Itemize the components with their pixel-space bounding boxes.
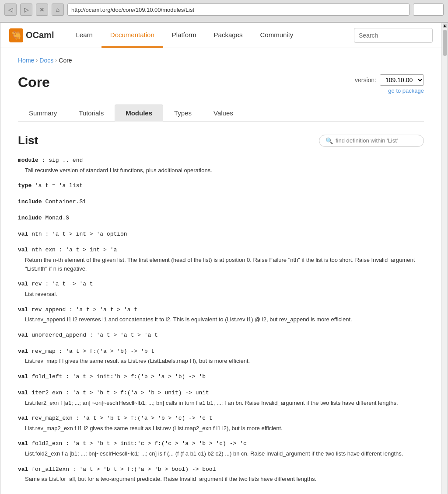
code-entry-8: val rev_map : 'a t > f:('a > 'b) -> 'b t…	[18, 347, 424, 365]
tab-values[interactable]: Values	[203, 104, 244, 122]
code-line-5: val rev : 'a t -> 'a t	[18, 280, 424, 289]
close-button[interactable]: ✕	[36, 3, 48, 16]
code-desc-10: List.iter2_exn f [a1; ...; an] ~on|~escI…	[25, 399, 424, 407]
code-line-13: val for_all2exn : 'a t > 'b t > f:('a > …	[18, 465, 424, 474]
scrollbar-thumb[interactable]	[443, 30, 447, 56]
module-sig-code: module : sig .. end	[18, 156, 424, 165]
go-to-package-link[interactable]: go to package	[388, 87, 424, 94]
code-line-11: val rev_map2_exn : 'a t > 'b t > f:('a >…	[18, 414, 424, 423]
tabs-bar: Summary Tutorials Modules Types Values	[18, 104, 424, 122]
code-entry-3: val nth : 'a t > int > 'a option	[18, 230, 424, 239]
code-desc-4: Return the n-th element of the given lis…	[25, 256, 424, 273]
version-area: version: 109.10.00 go to package	[355, 74, 424, 94]
code-line-8: val rev_map : 'a t > f:('a > 'b) -> 'b t	[18, 347, 424, 356]
module-sig-desc: Tail recursive version of standard List …	[25, 166, 424, 175]
breadcrumb-current: Core	[59, 57, 72, 64]
code-line-10: val iter2_exn : 'a t > 'b t > f:('a > 'b…	[18, 389, 424, 398]
breadcrumb-sep-1: ›	[36, 57, 38, 63]
tab-types[interactable]: Types	[163, 104, 203, 122]
back-button[interactable]: ◁	[4, 3, 17, 16]
code-entries: type 'a t = 'a listinclude Container.S1i…	[18, 181, 424, 484]
logo-icon: 🐫	[9, 28, 23, 42]
code-entry-0: type 'a t = 'a list	[18, 181, 424, 191]
code-entry-5: val rev : 'a t -> 'a tList reversal.	[18, 280, 424, 298]
code-line-7: val unordered_append : 'a t > 'a t > 'a …	[18, 331, 424, 340]
code-entry-4: val nth_exn : 'a t > int > 'aReturn the …	[18, 246, 424, 273]
version-select[interactable]: 109.10.00	[380, 74, 424, 86]
code-desc-12: List.fold2_exn f a [b1; ...; bn|~escIrHe…	[25, 449, 424, 458]
breadcrumb-home[interactable]: Home	[18, 57, 34, 64]
logo-text: OCaml	[26, 30, 54, 40]
code-entry-9: val fold_left : 'a t > init:'b > f:('b >…	[18, 372, 424, 382]
search-definition-box[interactable]: 🔍	[319, 135, 424, 147]
code-line-9: val fold_left : 'a t > init:'b > f:('b >…	[18, 372, 424, 382]
code-line-4: val nth_exn : 'a t > int > 'a	[18, 246, 424, 255]
code-entry-10: val iter2_exn : 'a t > 'b t > f:('a > 'b…	[18, 389, 424, 407]
browser-search[interactable]	[413, 3, 444, 16]
code-line-6: val rev_append : 'a t > 'a t > 'a t	[18, 306, 424, 315]
nav-search-input[interactable]	[354, 28, 433, 43]
code-line-12: val fold2_exn : 'a t > 'b t > init:'c > …	[18, 439, 424, 449]
logo[interactable]: 🐫 OCaml	[9, 28, 54, 42]
code-entry-12: val fold2_exn : 'a t > 'b t > init:'c > …	[18, 439, 424, 458]
page-title: Core	[18, 74, 50, 90]
page-header: Core version: 109.10.00 go to package	[18, 74, 424, 94]
breadcrumb-sep-2: ›	[55, 57, 57, 63]
code-line-2: include Monad.S	[18, 214, 424, 223]
code-line-0: type 'a t = 'a list	[18, 181, 424, 191]
breadcrumb-docs[interactable]: Docs	[39, 57, 53, 64]
forward-button[interactable]: ▷	[20, 3, 32, 16]
nav-item-community[interactable]: Community	[251, 23, 302, 48]
nav-items: Learn Documentation Platform Packages Co…	[67, 23, 354, 48]
tab-modules[interactable]: Modules	[115, 104, 163, 122]
code-entry-7: val unordered_append : 'a t > 'a t > 'a …	[18, 331, 424, 340]
nav-item-documentation[interactable]: Documentation	[102, 23, 163, 48]
version-label: version:	[355, 77, 376, 83]
top-navigation: 🐫 OCaml Learn Documentation Platform Pac…	[0, 23, 441, 48]
code-entry-11: val rev_map2_exn : 'a t > 'b t > f:('a >…	[18, 414, 424, 432]
code-line-3: val nth : 'a t > int > 'a option	[18, 230, 424, 239]
search-definition-input[interactable]	[336, 137, 417, 144]
code-entry-2: include Monad.S	[18, 214, 424, 223]
address-bar[interactable]	[67, 3, 410, 16]
code-line-1: include Container.S1	[18, 198, 424, 207]
module-header: List 🔍	[18, 134, 424, 147]
code-desc-11: List.rev_map2_exn f l1 l2 gives the same…	[25, 424, 424, 433]
code-desc-5: List reversal.	[25, 290, 424, 299]
home-button[interactable]: ⌂	[52, 3, 64, 16]
search-def-icon: 🔍	[326, 137, 333, 144]
nav-item-packages[interactable]: Packages	[205, 23, 252, 48]
code-entry-6: val rev_append : 'a t > 'a t > 'a tList.…	[18, 306, 424, 324]
code-desc-6: List.rev_append l1 l2 reverses l1 and co…	[25, 315, 424, 324]
breadcrumb: Home › Docs › Core	[18, 57, 424, 64]
content-area: Home › Docs › Core Core version: 109.10.…	[0, 48, 441, 494]
code-desc-13: Same as List.for_all, but for a two-argu…	[25, 475, 424, 484]
module-sig-block: module : sig .. end Tail recursive versi…	[18, 156, 424, 174]
code-entry-13: val for_all2exn : 'a t > 'b t > f:('a > …	[18, 465, 424, 484]
nav-item-platform[interactable]: Platform	[163, 23, 205, 48]
tab-tutorials[interactable]: Tutorials	[68, 104, 115, 122]
code-desc-8: List.rev_map f l gives the same result a…	[25, 357, 424, 365]
tab-summary[interactable]: Summary	[18, 104, 68, 122]
module-title: List	[18, 134, 38, 147]
code-entry-1: include Container.S1	[18, 198, 424, 207]
nav-item-learn[interactable]: Learn	[67, 23, 101, 48]
